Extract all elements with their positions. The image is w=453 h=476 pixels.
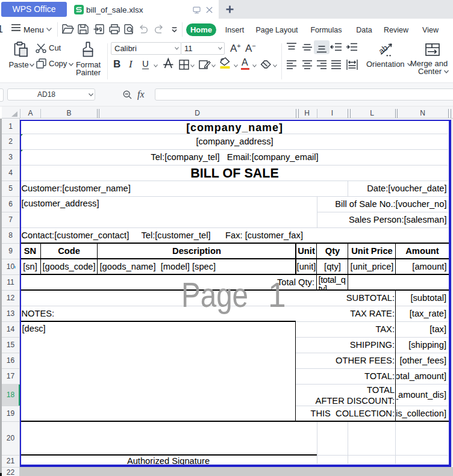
svg-text:ab: ab xyxy=(377,43,390,56)
